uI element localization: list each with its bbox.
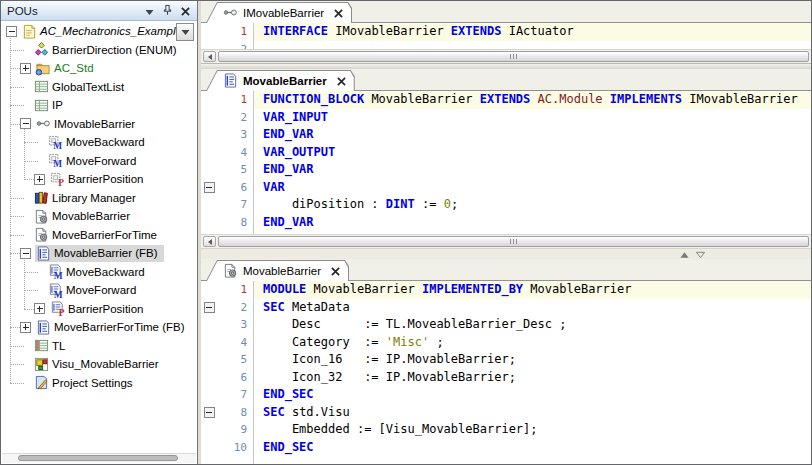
- horizontal-scrollbar[interactable]: [201, 49, 812, 63]
- tree-item-movebarrierfortime-fb[interactable]: MoveBarrierForTime (FB): [2, 318, 196, 337]
- scroll-left-button[interactable]: [203, 236, 216, 247]
- panel-scrollbar-thumb[interactable]: [18, 455, 178, 461]
- line-number: 9: [217, 421, 253, 439]
- codesys-window: POUs AC_Mechatronics_ExampleBarrierDirec…: [0, 0, 812, 465]
- collapse-up-button[interactable]: [679, 249, 690, 259]
- tree-expander-plus[interactable]: [20, 63, 31, 74]
- scroll-left-icon: [208, 239, 212, 245]
- tree-item-movebarrierfortime[interactable]: MoveBarrierForTime: [2, 226, 196, 245]
- editor-tabbar-3: MovableBarrier: [201, 259, 812, 281]
- tree-item-movablebarrier-fb-selected[interactable]: MovableBarrier (FB): [2, 244, 196, 263]
- tree-expander-minus[interactable]: [20, 248, 31, 259]
- settings-icon: [33, 375, 49, 391]
- fb-icon: [35, 245, 51, 261]
- line-number: 6: [217, 179, 253, 197]
- panel-close-button[interactable]: [176, 3, 194, 18]
- tree-item-movablebarrier[interactable]: MovableBarrier: [2, 207, 196, 226]
- code-line: 2VAR_INPUT: [201, 109, 812, 127]
- tree-item-project-settings[interactable]: Project Settings: [2, 374, 196, 393]
- tab-label: MovableBarrier: [243, 75, 327, 87]
- scrollbar-thumb[interactable]: [218, 236, 809, 247]
- code-line: 1MODULE MovableBarrier IMPLEMENTED_BY Mo…: [201, 281, 812, 299]
- expand-down-button[interactable]: [695, 249, 706, 259]
- code-editor-1[interactable]: 1INTERFACE IMovableBarrier EXTENDS IActu…: [201, 23, 812, 49]
- tree-item-moveforward[interactable]: MMoveForward: [2, 281, 196, 300]
- tree-connector-stub: [10, 216, 24, 217]
- fold-minus-box[interactable]: [204, 407, 215, 418]
- module-icon: [33, 227, 49, 243]
- pou-tree: AC_Mechatronics_ExampleBarrierDirection …: [2, 22, 196, 454]
- tree-expander-plus[interactable]: [34, 303, 45, 314]
- tree-expander-minus[interactable]: [20, 118, 31, 129]
- tab-close-button[interactable]: [334, 4, 343, 22]
- scroll-left-button[interactable]: [203, 51, 216, 62]
- tree-item-visu-movablebarrier[interactable]: Visu_MovableBarrier: [2, 355, 196, 374]
- pin-icon: [162, 2, 173, 20]
- code-text: MODULE MovableBarrier IMPLEMENTED_BY Mov…: [253, 281, 812, 299]
- tree-item-label: MoveBackward: [65, 265, 148, 279]
- fold-toggle[interactable]: [201, 299, 217, 317]
- code-line: 8END_VAR: [201, 214, 812, 232]
- tree-item-label: MoveBackward: [65, 135, 148, 149]
- tree-item-barrierdirection-enum[interactable]: BarrierDirection (ENUM): [2, 41, 196, 60]
- tree-expander-minus[interactable]: [6, 26, 17, 37]
- line-number: 7: [217, 196, 253, 214]
- line-number: 8: [217, 214, 253, 232]
- tree-item-movebackward[interactable]: MMoveBackward: [2, 133, 196, 152]
- fold-minus-box[interactable]: [204, 182, 215, 193]
- pous-panel-header: POUs: [1, 1, 197, 21]
- tree-item-label: IMovableBarrier: [53, 117, 138, 131]
- tab-movablebarrier[interactable]: MovableBarrier: [206, 260, 349, 281]
- tree-item-dropdown-button[interactable]: [176, 23, 194, 41]
- code-line: 7 diPosition : DINT := 0;: [201, 196, 812, 214]
- code-text: END_SEC: [253, 386, 812, 404]
- tree-item-moveforward[interactable]: MMoveForward: [2, 152, 196, 171]
- tree-item-globaltextlist[interactable]: GlobalTextList: [2, 78, 196, 97]
- panel-title: POUs: [7, 5, 140, 17]
- fold-toggle[interactable]: [201, 404, 217, 422]
- tab-imovablebarrier[interactable]: IMovableBarrier: [206, 2, 352, 23]
- tree-item-movebackward[interactable]: MMoveBackward: [2, 263, 196, 282]
- dropdown-arrow-icon: [145, 2, 154, 20]
- code-text: diPosition : DINT := 0;: [253, 196, 812, 214]
- horizontal-scrollbar[interactable]: [201, 234, 812, 248]
- tree-connector-stub: [10, 87, 24, 88]
- tree-node: Library Manager: [33, 189, 142, 206]
- tree-item-label: BarrierPosition: [67, 302, 146, 316]
- tree-node: AC_Mechatronics_Example: [21, 23, 188, 40]
- scrollbar-thumb[interactable]: [218, 51, 809, 62]
- tree-expander-plus[interactable]: [20, 322, 31, 333]
- tree-item-barrierposition[interactable]: PBarrierPosition: [2, 170, 196, 189]
- editor-pane-2: MovableBarrier1FUNCTION_BLOCK MovableBar…: [201, 69, 812, 259]
- svg-text:P: P: [58, 178, 64, 187]
- tree-item-ip[interactable]: IP: [2, 96, 196, 115]
- tab-close-button[interactable]: [331, 262, 340, 280]
- fold-minus-box[interactable]: [204, 302, 215, 313]
- method-icon: M: [47, 264, 63, 280]
- tree-item-ac-std[interactable]: AC_Std: [2, 59, 196, 78]
- panel-menu-button[interactable]: [140, 3, 158, 18]
- code-editor-2[interactable]: 1FUNCTION_BLOCK MovableBarrier EXTENDS A…: [201, 91, 812, 234]
- pane-splitter[interactable]: [201, 248, 812, 259]
- tree-item-library-manager[interactable]: Library Manager: [2, 189, 196, 208]
- gutter-separator: [253, 281, 254, 465]
- code-editor-3[interactable]: 1MODULE MovableBarrier IMPLEMENTED_BY Mo…: [201, 281, 812, 465]
- tree-node: MovableBarrier: [33, 208, 136, 225]
- tab-movablebarrier[interactable]: MovableBarrier: [206, 70, 355, 91]
- line-number: 1: [217, 23, 253, 41]
- tree-node: GlobalTextList: [33, 78, 130, 95]
- tree-item-tl[interactable]: TL: [2, 337, 196, 356]
- tree-node: MMoveForward: [47, 152, 142, 169]
- tree-item-label: TL: [51, 339, 68, 353]
- tree-item-ac-mechatronics-example[interactable]: AC_Mechatronics_Example: [2, 22, 196, 41]
- tree-item-imovablebarrier[interactable]: IMovableBarrier: [2, 115, 196, 134]
- panel-horizontal-scrollbar[interactable]: [2, 453, 196, 463]
- panel-pin-button[interactable]: [158, 3, 176, 18]
- tree-item-label: GlobalTextList: [51, 80, 127, 94]
- tree-expander-plus[interactable]: [34, 174, 45, 185]
- fold-toggle[interactable]: [201, 179, 217, 197]
- tree-item-barrierposition[interactable]: PBarrierPosition: [2, 300, 196, 319]
- tab-close-button[interactable]: [337, 72, 346, 90]
- fold-gutter: [201, 351, 217, 369]
- tree-connector-stub: [10, 198, 24, 199]
